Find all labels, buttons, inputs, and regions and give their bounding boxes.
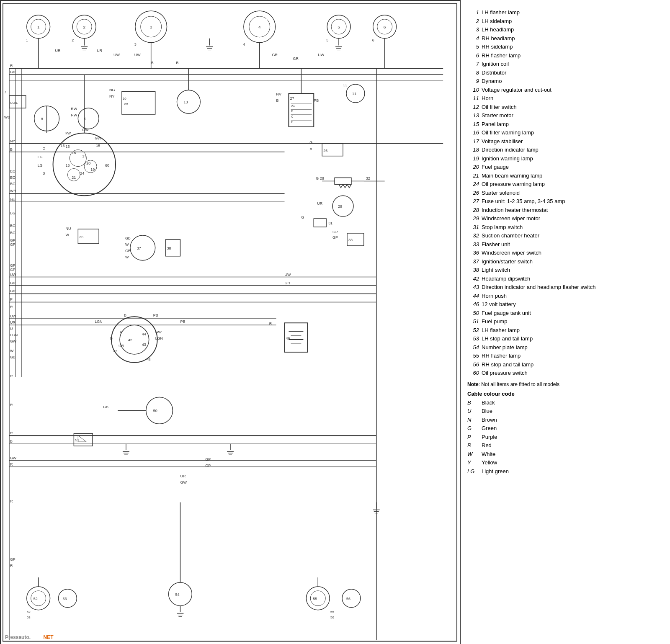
cable-item: YYellow (467, 459, 664, 467)
legend-item: 10Voltage regulator and cut-out (467, 86, 664, 94)
svg-text:16: 16 (60, 144, 64, 148)
note-text: Note: Not all items are fitted to all mo… (467, 381, 664, 387)
svg-text:29: 29 (338, 204, 342, 209)
svg-text:2: 2 (83, 25, 85, 29)
svg-text:GB: GB (10, 355, 15, 359)
svg-text:9: 9 (84, 117, 86, 121)
svg-text:16: 16 (65, 163, 70, 167)
svg-text:13: 13 (183, 100, 188, 104)
svg-text:44: 44 (142, 332, 146, 336)
svg-text:W: W (65, 233, 69, 237)
svg-text:11: 11 (352, 92, 356, 96)
svg-text:43: 43 (147, 358, 151, 361)
svg-text:PB: PB (180, 319, 185, 324)
svg-text:GP: GP (10, 557, 15, 562)
legend-item: 36Windscreen wiper switch (467, 249, 664, 257)
svg-text:NG: NG (109, 88, 115, 92)
svg-text:P: P (10, 297, 13, 301)
svg-text:NU: NU (65, 227, 71, 231)
svg-text:PB: PB (153, 313, 158, 317)
legend-item: 11Horn (467, 94, 664, 103)
svg-text:RW: RW (71, 113, 77, 117)
svg-text:LG: LG (38, 163, 43, 167)
cable-item: UBlue (467, 407, 664, 415)
svg-text:BG: BG (10, 224, 15, 228)
legend-item: 26Starter solenoid (467, 189, 664, 197)
svg-text:UR: UR (97, 49, 102, 53)
legend-item: 21Main beam warning lamp (467, 172, 664, 180)
svg-text:42: 42 (128, 338, 132, 342)
svg-text:18: 18 (72, 151, 76, 155)
svg-text:5: 5 (326, 38, 328, 42)
svg-text:UW: UW (134, 53, 141, 57)
svg-text:G: G (301, 215, 304, 219)
svg-point-221 (58, 589, 77, 608)
svg-rect-0 (3, 4, 457, 641)
svg-text:26: 26 (323, 149, 327, 153)
svg-text:GW: GW (10, 339, 17, 343)
svg-text:R: R (10, 374, 13, 378)
svg-text:53: 53 (27, 616, 31, 619)
svg-text:E: E (291, 121, 293, 124)
svg-text:B: B (176, 61, 178, 65)
svg-point-234 (342, 589, 361, 608)
svg-text:G: G (309, 140, 312, 144)
svg-text:B: B (43, 171, 45, 175)
legend-item: 55RH flasher lamp (467, 352, 664, 360)
svg-text:UR: UR (55, 49, 61, 53)
svg-text:B: B (276, 98, 279, 103)
svg-text:R: R (10, 499, 13, 503)
svg-text:GP: GP (10, 268, 15, 272)
svg-text:10: 10 (123, 97, 126, 100)
legend-item: 33Flasher unit (467, 240, 664, 249)
svg-text:55: 55 (313, 597, 317, 601)
svg-text:UW: UW (318, 53, 324, 57)
svg-text:R: R (10, 431, 13, 435)
svg-text:R: R (10, 403, 13, 407)
svg-text:56: 56 (330, 616, 334, 619)
svg-text:W: W (125, 255, 129, 259)
svg-text:GW: GW (82, 128, 89, 132)
svg-text:BG: BG (10, 182, 15, 186)
svg-text:5: 5 (338, 25, 340, 29)
svg-text:60: 60 (105, 163, 109, 167)
svg-text:GW: GW (95, 136, 101, 140)
svg-text:GP: GP (332, 230, 338, 234)
legend-item: 42Headlamp dipswitch (467, 275, 664, 283)
svg-text:P: P (120, 330, 122, 334)
svg-text:3: 3 (134, 42, 137, 46)
svg-text:R: R (10, 462, 13, 466)
svg-text:24: 24 (80, 171, 84, 175)
legend-item: 50Fuel gauge tank unit (467, 309, 664, 317)
legend-item: 53LH stop and tail lamp (467, 335, 664, 343)
svg-text:6: 6 (372, 38, 374, 42)
svg-text:GP: GP (205, 464, 211, 468)
svg-text:G: G (43, 147, 46, 151)
cable-item: PPurple (467, 433, 664, 441)
legend-item: 32Suction chamber heater (467, 232, 664, 240)
svg-text:LGN: LGN (95, 319, 102, 324)
legend-panel: 1LH flasher lamp2LH sidelamp3LH headlamp… (461, 0, 670, 644)
legend-item: 4612 volt battery (467, 300, 664, 309)
svg-text:R: R (10, 305, 13, 309)
svg-text:NV: NV (276, 92, 281, 96)
legend-item: 2LH sidelamp (467, 17, 664, 26)
legend-item: 17Voltage stabiliser (467, 137, 664, 146)
legend-item: 4RH headlamp (467, 34, 664, 43)
svg-text:VR: VR (124, 103, 128, 106)
svg-text:56: 56 (346, 597, 350, 601)
svg-text:GB: GB (125, 236, 131, 240)
svg-text:P: P (309, 147, 312, 152)
legend-item: 18Direction indicator lamp (467, 146, 664, 154)
legend-item: 51Fuel pump (467, 317, 664, 326)
legend-item: 54Number plate lamp (467, 343, 664, 352)
svg-point-120 (332, 196, 353, 216)
svg-text:GR: GR (285, 281, 291, 285)
legend-item: 12Oil filter switch (467, 103, 664, 111)
svg-text:3: 3 (150, 25, 152, 29)
svg-text:GR: GR (293, 57, 299, 61)
svg-text:NET: NET (44, 634, 54, 640)
svg-text:52: 52 (34, 597, 38, 601)
svg-text:15: 15 (65, 144, 70, 149)
svg-text:GB: GB (103, 405, 108, 409)
